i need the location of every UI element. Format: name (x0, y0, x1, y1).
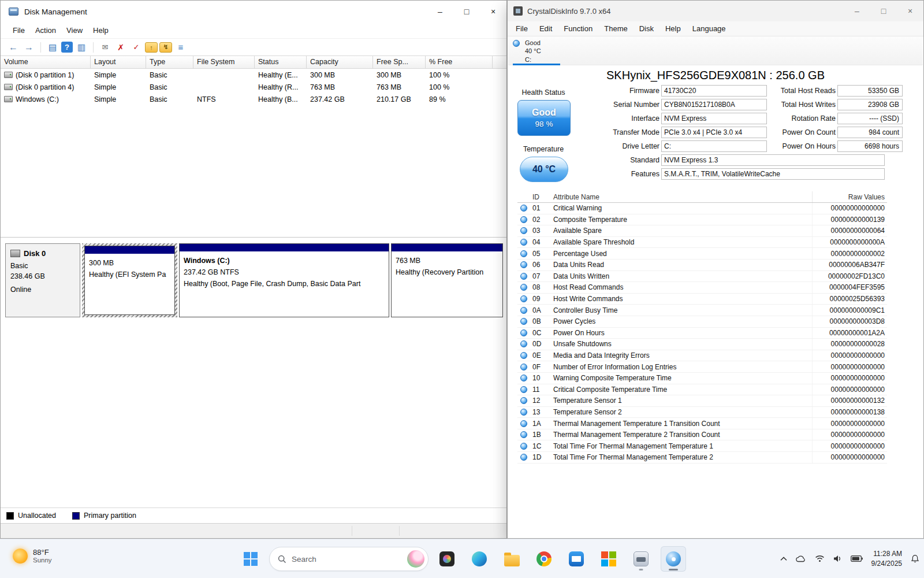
volume-status: Healthy (B... (255, 95, 307, 103)
extend-volume-icon[interactable]: ↑ (145, 42, 158, 53)
weather-widget[interactable]: 88°F Sunny (8, 546, 57, 566)
column-header[interactable]: File System (193, 56, 255, 68)
search-input[interactable] (292, 555, 402, 564)
console-tree-icon[interactable]: ▤ (46, 41, 59, 54)
start-button[interactable] (238, 546, 263, 572)
column-header[interactable]: % Free (426, 56, 493, 68)
smart-attr-id: 06 (530, 261, 549, 269)
dialog-icon[interactable]: ✉ (98, 41, 112, 54)
info-label: Total Host Writes (766, 101, 836, 109)
minimize-button[interactable]: – (427, 1, 453, 23)
drive-tab-c[interactable]: Good 40 °C C: (513, 38, 560, 65)
close-button[interactable]: × (480, 1, 506, 23)
toolbar-separator (93, 42, 94, 53)
disk-icon (10, 250, 20, 257)
smart-attr-id: 12 (530, 397, 549, 405)
smart-attr-raw: 00000000000000 (812, 429, 887, 440)
smart-attr-name: Data Units Written (549, 272, 812, 280)
dm-menubar: FileActionViewHelp (1, 23, 506, 39)
action-pane-icon[interactable]: ▥ (74, 41, 88, 54)
menu-item[interactable]: Function (558, 23, 598, 34)
forward-icon[interactable]: → (22, 41, 36, 54)
menu-item[interactable]: Disk (634, 23, 660, 34)
smart-status-dot-icon (520, 261, 527, 268)
volume-row[interactable]: (Disk 0 partition 4) Simple Basic Health… (1, 81, 506, 93)
microsoft-store-icon[interactable] (596, 546, 621, 572)
back-icon[interactable]: ← (6, 41, 20, 54)
disk-type: Basic (10, 262, 75, 270)
health-status-percent: 98 % (535, 120, 553, 128)
menu-item[interactable]: Help (88, 24, 114, 36)
health-status-button[interactable]: Good 98 % (517, 100, 571, 136)
drive-status-dot-icon (513, 40, 520, 47)
volume-capacity: 237.42 GB (307, 95, 373, 103)
show-hidden-icons-chevron[interactable] (780, 557, 787, 561)
cdi-body: SKHynix_HFS256GDE9X081N : 256.0 GB Healt… (508, 65, 923, 538)
partition-recovery[interactable]: 763 MB Healthy (Recovery Partition (391, 243, 503, 317)
column-header[interactable]: Free Sp... (373, 56, 426, 68)
menu-item[interactable]: Action (30, 24, 61, 36)
disk-management-taskbar-icon[interactable] (628, 546, 654, 572)
search-box[interactable] (269, 547, 429, 571)
crystaldiskinfo-taskbar-icon[interactable] (661, 546, 686, 572)
menu-item[interactable]: View (61, 24, 88, 36)
column-header[interactable]: Layout (91, 56, 146, 68)
mark-active-icon[interactable]: ✓ (129, 41, 143, 54)
help-icon[interactable]: ? (61, 42, 73, 53)
partition-efi-selected[interactable]: 300 MB Healthy (EFI System Pa (82, 243, 177, 317)
battery-icon[interactable] (851, 555, 863, 562)
legend-unallocated: Unallocated (6, 512, 56, 520)
delete-volume-icon[interactable]: ✗ (114, 41, 128, 54)
smart-row: 1B Thermal Management Temperature 2 Tran… (517, 429, 887, 441)
taskbar-clock[interactable]: 11:28 AM 9/24/2025 (871, 549, 902, 568)
shrink-volume-icon[interactable]: ↯ (159, 42, 172, 53)
menu-item[interactable]: File (510, 23, 534, 34)
chrome-icon[interactable] (531, 546, 557, 572)
volume-name: (Disk 0 partition 4) (16, 83, 74, 91)
disk-graphic-pane: Disk 0 Basic 238.46 GB Online 300 MB Hea… (1, 238, 506, 523)
smart-attr-raw: 00000002FD13C0 (812, 271, 887, 282)
status-bar-divider (352, 526, 352, 536)
column-header[interactable]: Type (146, 56, 193, 68)
column-header[interactable]: Capacity (307, 56, 373, 68)
temperature-button[interactable]: 40 °C (520, 157, 568, 182)
smart-id-header: ID (530, 193, 549, 201)
smart-attr-name: Critical Warning (549, 204, 812, 212)
search-daily-image[interactable] (407, 550, 424, 568)
smart-attr-id: 13 (530, 408, 549, 416)
menu-item[interactable]: Language (687, 23, 732, 34)
disk-0-info-box[interactable]: Disk 0 Basic 238.46 GB Online (5, 243, 80, 317)
column-header[interactable]: Status (255, 56, 307, 68)
smart-attr-id: 03 (530, 227, 549, 235)
onedrive-icon[interactable] (796, 555, 806, 562)
volume-name: Windows (C:) (16, 95, 59, 103)
drive-icon (4, 96, 13, 102)
minimize-button[interactable]: – (844, 1, 870, 21)
disk-management-app-icon (9, 8, 18, 16)
smart-attr-raw: 00000000000000 (812, 203, 887, 214)
menu-item[interactable]: Help (660, 23, 687, 34)
maximize-button[interactable]: □ (870, 1, 897, 21)
close-button[interactable]: × (897, 1, 923, 21)
photos-icon[interactable] (434, 546, 460, 572)
menu-item[interactable]: File (8, 24, 30, 36)
notifications-bell-icon[interactable] (911, 554, 919, 563)
menu-item[interactable]: Edit (534, 23, 558, 34)
edge-icon[interactable] (467, 546, 492, 572)
maximize-button[interactable]: □ (453, 1, 480, 23)
dm-status-bar (1, 523, 506, 538)
volume-icon[interactable] (833, 555, 842, 562)
menu-item[interactable]: Theme (598, 23, 633, 34)
file-explorer-icon[interactable] (499, 546, 524, 572)
column-header[interactable]: Volume (1, 56, 91, 68)
smart-attr-raw: 00000000001A2A (812, 328, 887, 339)
volume-free-space: 300 MB (373, 71, 426, 79)
volume-row[interactable]: Windows (C:) Simple Basic NTFS Healthy (… (1, 93, 506, 105)
mail-icon[interactable] (564, 546, 589, 572)
properties-icon[interactable]: ≡ (174, 41, 188, 54)
smart-attr-id: 11 (530, 386, 549, 394)
partition-windows-c[interactable]: Windows (C:) 237.42 GB NTFS Healthy (Boo… (179, 243, 389, 317)
partition-color-bar (180, 244, 389, 251)
volume-row[interactable]: (Disk 0 partition 1) Simple Basic Health… (1, 69, 506, 81)
wifi-icon[interactable] (815, 555, 825, 562)
